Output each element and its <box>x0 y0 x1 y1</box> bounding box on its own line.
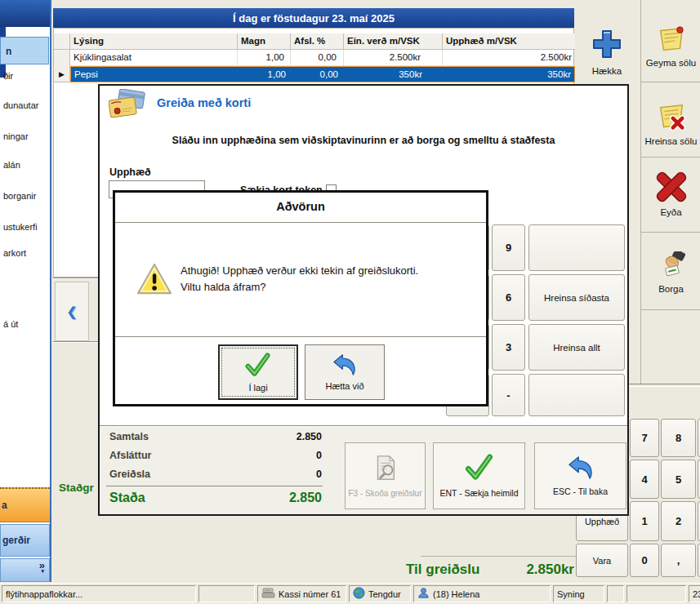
sidebar-header <box>0 0 50 27</box>
sidebar-expand-button[interactable]: » ▾ <box>0 558 50 582</box>
cash-payment-label: Staðgr <box>59 482 94 494</box>
numpad-key-5[interactable]: 5 <box>661 460 696 499</box>
sidebar-item-1[interactable]: ðir <box>0 71 49 82</box>
status-mode: Syning <box>553 585 604 602</box>
pay-label: Borga <box>658 284 684 294</box>
row-qty: 1,00 <box>239 67 292 82</box>
status-quickkeys: flýtihnappaflokkar... <box>2 585 196 602</box>
warning-title-rule <box>115 222 486 224</box>
sidebar-orange-label: a <box>0 500 7 511</box>
row-unitprice: 350kr <box>345 67 444 82</box>
increase-label: Hækka <box>592 66 622 76</box>
view-payments-button[interactable]: F3 - Skoða greiðslur <box>345 442 426 509</box>
clear-last-button[interactable]: Hreinsa síðasta <box>528 274 625 321</box>
get-authorization-label: ENT - Sækja heimild <box>439 488 518 498</box>
increase-button[interactable]: Hækka <box>574 28 640 82</box>
table-row[interactable]: Kjúklingasalat 1,00 0,00 2.500kr 2.500kr <box>54 50 575 66</box>
pay-button[interactable]: Borga <box>642 251 700 302</box>
panel-groove-bottom <box>53 341 98 343</box>
sidebar-item-8[interactable]: á út <box>0 319 49 331</box>
collapse-panel-button[interactable]: ❮ <box>55 282 89 341</box>
delete-label: Eyða <box>660 207 681 217</box>
row-amount: 350kr <box>444 67 574 82</box>
numpad-product-button[interactable]: Vara <box>576 544 628 577</box>
sidebar-item-6[interactable]: ustukerfi <box>0 222 49 233</box>
undo-arrow-icon <box>565 456 596 481</box>
view-payments-label: F3 - Skoða greiðslur <box>348 489 421 498</box>
date-bar: Í dag er föstudagur 23. maí 2025 <box>53 8 574 28</box>
warning-message-line2: Viltu halda áfram? <box>181 281 483 293</box>
cancel-label: Hætta við <box>325 381 363 391</box>
afslattur-value: 0 <box>214 450 322 461</box>
row-amount: 2.500kr <box>443 50 575 66</box>
sidebar-orange-button[interactable]: a <box>0 487 50 522</box>
chevron-left-icon: ❮ <box>67 304 78 319</box>
col-header-unitprice: Ein. verð m/VSK <box>344 33 443 50</box>
sidebar-item-5[interactable]: borganir <box>0 191 49 202</box>
dialog-key-minus[interactable]: - <box>492 374 525 416</box>
sidebar-item-3[interactable]: ningar <box>0 131 49 143</box>
table-row-selected[interactable]: Pepsi 1,00 0,00 350kr 350kr <box>70 66 575 82</box>
right-panel-sep-2 <box>641 157 700 158</box>
hand-money-icon <box>658 251 685 281</box>
row-disc: 0,00 <box>292 67 345 82</box>
numpad-key-8[interactable]: 8 <box>661 419 696 457</box>
status-user: (18) Helena <box>413 585 551 602</box>
sidebar-item-4[interactable]: alán <box>0 160 49 171</box>
dialog-key-blank-bottom[interactable] <box>528 374 625 416</box>
status-empty-3 <box>626 585 686 602</box>
numpad-key-comma[interactable]: , <box>661 544 696 577</box>
right-panel-sep-3 <box>641 232 700 233</box>
stada-value: 2.850 <box>214 491 322 505</box>
save-sale-label: Geyma sölu <box>646 58 696 68</box>
card-dialog-title: Greiða með korti <box>157 96 251 109</box>
numpad-key-2[interactable]: 2 <box>661 501 696 541</box>
sidebar-item-selected[interactable]: n <box>0 37 49 64</box>
caret-down-icon: ▾ <box>41 568 44 575</box>
numpad-key-4[interactable]: 4 <box>630 460 659 499</box>
card-dialog-instruction: Sláðu inn upphæðina sem viðskiptavinurin… <box>100 135 627 146</box>
right-panel-divider <box>640 0 641 384</box>
status-mode-text: Syning <box>557 589 585 599</box>
warning-title: Aðvörun <box>115 200 486 213</box>
document-magnifier-icon <box>372 454 399 483</box>
get-authorization-button[interactable]: ENT - Sækja heimild <box>433 442 525 509</box>
back-label: ESC - Til baka <box>553 486 608 496</box>
stada-label: Staða <box>109 491 145 505</box>
note-delete-icon <box>656 103 687 134</box>
status-empty-1 <box>198 585 255 602</box>
row-desc: Pepsi <box>71 67 239 82</box>
panel-groove-top <box>53 278 98 279</box>
plus-icon <box>591 28 623 62</box>
ok-button[interactable]: Í lagi <box>218 344 298 400</box>
back-button[interactable]: ESC - Til baka <box>534 442 626 509</box>
col-header-desc: Lýsing <box>70 33 238 50</box>
status-register-text: Kassi númer 61 <box>279 589 341 599</box>
numpad-key-7[interactable]: 7 <box>630 419 659 457</box>
save-sale-button[interactable]: Geyma sölu <box>642 24 700 73</box>
sidebar-item-7[interactable]: arkort <box>0 248 49 260</box>
status-connection: Tengdur <box>349 585 411 602</box>
right-panel-sep-4 <box>641 309 700 310</box>
clear-all-button[interactable]: Hreinsa allt <box>528 324 625 371</box>
dialog-key-blank-top[interactable] <box>528 224 625 271</box>
person-icon <box>417 587 430 601</box>
right-panel-sep-1 <box>641 82 700 82</box>
dialog-key-6[interactable]: 6 <box>492 274 525 321</box>
ok-focus-outline <box>221 348 295 397</box>
numpad-key-0[interactable]: 0 <box>630 544 659 577</box>
status-quickkeys-text: flýtihnappaflokkar... <box>6 589 82 599</box>
dialog-key-9[interactable]: 9 <box>492 224 525 271</box>
dialog-key-3[interactable]: 3 <box>492 324 525 371</box>
numpad-key-1[interactable]: 1 <box>630 501 659 541</box>
sidebar-actions-button[interactable]: gerðir <box>0 524 50 557</box>
row-gutter-marker: ▶ <box>54 66 70 82</box>
clear-sale-button[interactable]: Hreinsa sölu <box>642 103 700 153</box>
credit-card-icon <box>109 89 146 122</box>
samtals-label: Samtals <box>109 431 149 442</box>
status-bar: flýtihnappaflokkar... Kassi númer 61 <box>0 583 700 604</box>
sidebar-item-2[interactable]: dunautar <box>0 100 49 112</box>
delete-button[interactable]: Eyða <box>642 171 700 222</box>
row-qty: 1,00 <box>238 50 291 66</box>
cancel-button[interactable]: Hætta við <box>305 344 385 400</box>
